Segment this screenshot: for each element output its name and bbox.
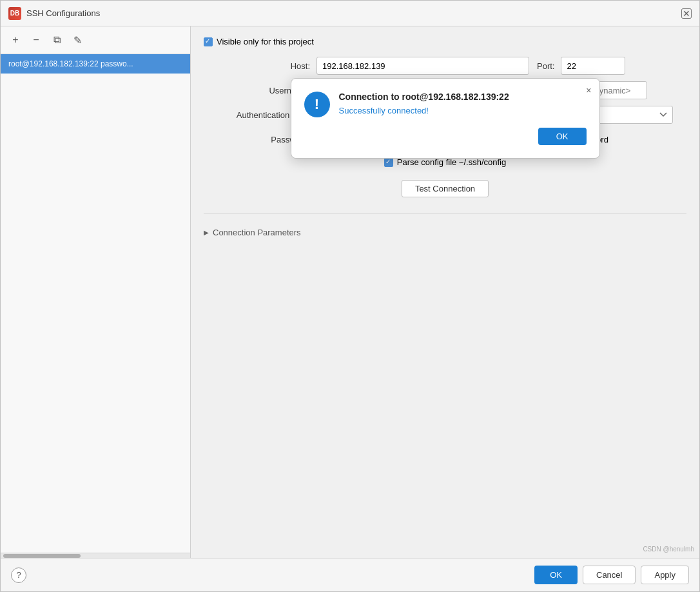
dialog-close-button[interactable]: × [586,85,591,95]
copy-button[interactable]: ⧉ [48,32,65,48]
sidebar-item[interactable]: root@192.168.182.139:22 passwo... [1,54,190,74]
apply-button[interactable]: Apply [641,566,689,584]
help-button[interactable]: ? [11,567,26,583]
success-dialog: × ! Connection to root@192.168.182.139:2… [291,78,600,159]
dialog-title: Connection to root@192.168.182.139:22 [339,92,587,102]
sidebar-scrollbar-track [1,553,190,558]
main-window: DB SSH Configurations ✕ + − ⧉ ✎ root@192… [0,0,700,592]
cancel-button[interactable]: Cancel [583,566,636,584]
bottom-toolbar: ? OK Cancel Apply [1,558,699,591]
remove-button[interactable]: − [28,32,44,48]
watermark: CSDN @henulmh [643,546,694,553]
app-icon: DB [8,7,21,20]
dialog-info-icon: ! [304,92,330,117]
ok-button[interactable]: OK [534,566,578,584]
sidebar-content: root@192.168.182.139:22 passwo... [1,54,190,553]
title-bar: DB SSH Configurations ✕ [1,1,699,26]
dialog-message: Successfully connected! [339,106,587,115]
dialog-ok-button[interactable]: OK [538,128,587,145]
window-close-button[interactable]: ✕ [681,8,692,19]
main-panel: Visible only for this project Host: Port… [191,26,699,558]
dialog-overlay: × ! Connection to root@192.168.182.139:2… [191,26,699,558]
edit-button[interactable]: ✎ [69,32,86,48]
add-button[interactable]: + [7,32,24,48]
sidebar: + − ⧉ ✎ root@192.168.182.139:22 passwo..… [1,26,191,558]
window-title: SSH Configurations [26,8,100,18]
sidebar-toolbar: + − ⧉ ✎ [1,26,190,54]
window-body: + − ⧉ ✎ root@192.168.182.139:22 passwo..… [1,26,699,558]
